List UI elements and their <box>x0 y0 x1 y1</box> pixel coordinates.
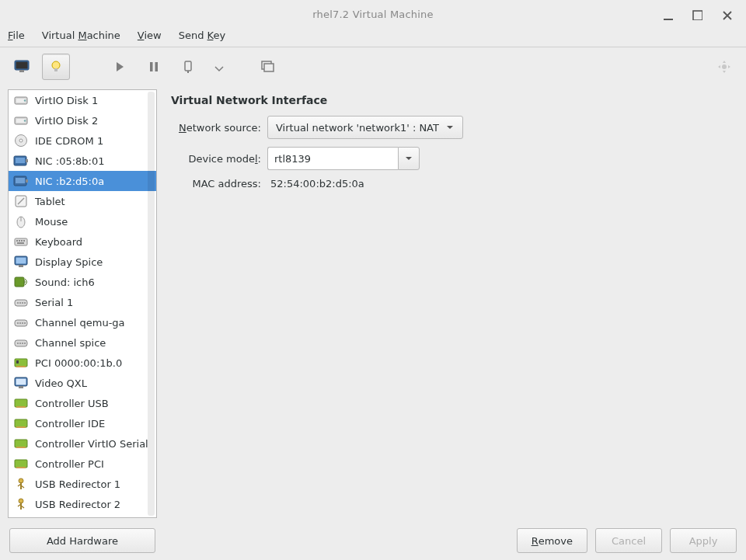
hardware-item[interactable]: Controller USB <box>9 393 156 413</box>
hardware-item[interactable]: Mouse <box>9 211 156 231</box>
cancel-label: Cancel <box>612 535 646 547</box>
video-icon <box>13 375 29 391</box>
hardware-item-label: Serial 1 <box>35 297 73 308</box>
hardware-item[interactable]: PCI 0000:00:1b.0 <box>9 353 156 373</box>
hardware-item[interactable]: NIC :05:8b:01 <box>9 151 156 171</box>
apply-button: Apply <box>670 528 737 553</box>
snapshots-button[interactable] <box>253 54 281 80</box>
main-area: VirtIO Disk 1VirtIO Disk 2IDE CDROM 1NIC… <box>0 86 746 521</box>
usb-icon <box>13 476 29 492</box>
controller-icon <box>13 436 29 451</box>
menu-view[interactable]: View <box>138 30 162 41</box>
shutdown-menu-button[interactable] <box>208 54 227 80</box>
fullscreen-button[interactable] <box>710 54 738 80</box>
sound-icon <box>13 274 29 290</box>
disk-icon <box>13 113 29 128</box>
hardware-item[interactable]: Controller VirtIO Serial <box>9 433 156 454</box>
toolbar <box>0 47 746 86</box>
hardware-item[interactable]: VirtIO Disk 2 <box>9 110 156 130</box>
close-icon[interactable] <box>720 8 732 20</box>
network-source-value: Virtual network 'network1' : NAT <box>276 122 439 134</box>
details-heading: Virtual Network Interface <box>171 94 732 106</box>
device-model-combo[interactable] <box>267 147 420 170</box>
serial-icon <box>13 315 29 330</box>
hardware-list[interactable]: VirtIO Disk 1VirtIO Disk 2IDE CDROM 1NIC… <box>8 89 157 518</box>
hardware-item-label: Controller VirtIO Serial <box>35 438 148 450</box>
chevron-down-icon <box>404 154 413 163</box>
keyboard-icon <box>13 234 29 249</box>
mouse-icon <box>13 214 29 229</box>
hardware-item[interactable]: USB Redirector 1 <box>9 474 156 494</box>
hardware-item-label: VirtIO Disk 1 <box>35 95 98 106</box>
hardware-item[interactable]: Controller PCI <box>9 454 156 474</box>
console-view-button[interactable] <box>8 54 36 80</box>
hardware-item[interactable]: Keyboard <box>9 231 156 252</box>
hardware-item-label: VirtIO Disk 2 <box>35 115 98 127</box>
window-title: rhel7.2 Virtual Machine <box>312 9 433 20</box>
hardware-item[interactable]: Tablet <box>9 191 156 211</box>
details-pane: Virtual Network Interface Network source… <box>157 86 746 521</box>
hardware-item[interactable]: USB Redirector 2 <box>9 494 156 514</box>
hardware-item-label: NIC :b2:d5:0a <box>35 176 104 187</box>
menu-virtual-machine[interactable]: Virtual Machine <box>42 30 120 41</box>
mac-address-value: 52:54:00:b2:d5:0a <box>267 178 364 190</box>
hardware-item-label: Channel spice <box>35 337 106 349</box>
footer-bar: Add Hardware Remove Cancel Apply <box>0 521 746 560</box>
hardware-item-label: Keyboard <box>35 236 82 248</box>
hardware-item[interactable]: Controller IDE <box>9 413 156 433</box>
hardware-item[interactable]: Sound: ich6 <box>9 272 156 292</box>
hardware-item-label: NIC :05:8b:01 <box>35 155 105 167</box>
hardware-item-label: USB Redirector 1 <box>35 478 120 490</box>
hardware-item-label: Display Spice <box>35 256 103 268</box>
device-model-input[interactable] <box>267 147 398 170</box>
hardware-item-label: Mouse <box>35 216 68 228</box>
cancel-button: Cancel <box>595 528 662 553</box>
menu-file[interactable]: File <box>8 30 25 41</box>
hardware-item-label: Video QXL <box>35 377 87 389</box>
run-button[interactable] <box>106 54 134 80</box>
remove-button[interactable]: Remove <box>517 528 587 553</box>
hardware-item-label: Controller IDE <box>35 418 105 430</box>
disk-icon <box>13 92 29 108</box>
device-model-dropdown-button[interactable] <box>398 147 420 170</box>
hardware-item-label: Controller USB <box>35 398 109 409</box>
maximize-icon[interactable] <box>690 8 702 20</box>
hardware-item-label: Channel qemu-ga <box>35 317 125 329</box>
hardware-item-label: USB Redirector 2 <box>35 499 120 510</box>
mac-address-label: MAC address: <box>171 178 261 190</box>
nic-icon <box>13 153 29 169</box>
network-source-select[interactable]: Virtual network 'network1' : NAT <box>267 116 463 139</box>
hardware-item[interactable]: VirtIO Disk 1 <box>9 90 156 110</box>
hardware-item[interactable]: Serial 1 <box>9 292 156 312</box>
menu-send-key[interactable]: Send Key <box>179 30 225 41</box>
hardware-item[interactable]: Channel qemu-ga <box>9 312 156 332</box>
hardware-item[interactable]: IDE CDROM 1 <box>9 130 156 151</box>
hardware-item-label: IDE CDROM 1 <box>35 135 103 147</box>
hardware-item[interactable]: Display Spice <box>9 252 156 272</box>
controller-icon <box>13 416 29 431</box>
serial-icon <box>13 335 29 350</box>
serial-icon <box>13 294 29 310</box>
hardware-item-label: PCI 0000:00:1b.0 <box>35 357 122 369</box>
title-bar: rhel7.2 Virtual Machine <box>0 0 746 28</box>
device-model-label: Device model: <box>171 153 261 165</box>
hardware-item[interactable]: Video QXL <box>9 373 156 393</box>
usb-icon <box>13 496 29 512</box>
hardware-item-label: Controller PCI <box>35 458 104 470</box>
minimize-icon[interactable] <box>661 8 673 20</box>
pause-button[interactable] <box>140 54 168 80</box>
add-hardware-button[interactable]: Add Hardware <box>9 528 155 553</box>
hardware-item[interactable]: Channel spice <box>9 332 156 353</box>
controller-icon <box>13 395 29 411</box>
scrollbar[interactable] <box>148 92 155 516</box>
pci-icon <box>13 355 29 370</box>
chevron-down-icon <box>445 123 455 132</box>
shutdown-button[interactable] <box>174 54 202 80</box>
hardware-item[interactable]: NIC :b2:d5:0a <box>9 171 156 191</box>
hardware-item-label: Sound: ich6 <box>35 277 95 288</box>
menu-bar: File Virtual Machine View Send Key <box>0 28 746 47</box>
tablet-icon <box>13 193 29 209</box>
hardware-item-label: Tablet <box>35 196 65 207</box>
display-icon <box>13 254 29 270</box>
details-view-button[interactable] <box>42 54 70 80</box>
